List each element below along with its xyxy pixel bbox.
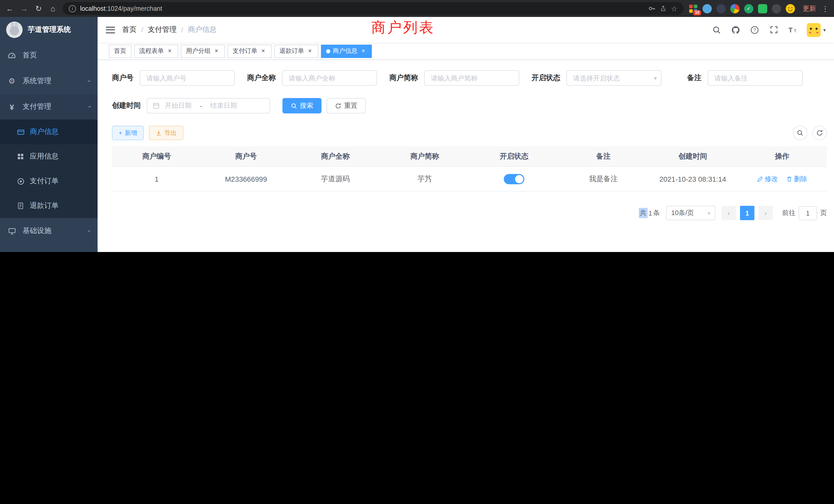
extension-blue-icon[interactable]	[703, 4, 712, 13]
next-page-button[interactable]: ›	[759, 206, 773, 220]
close-icon[interactable]: ×	[260, 48, 266, 54]
payment-submenu: 商户信息 应用信息 支付订单	[0, 120, 97, 218]
remark-input[interactable]	[708, 70, 803, 86]
merchant-table: 商户编号 商户号 商户全称 商户简称 开启状态 备注 创建时间 操作 1 M23…	[112, 146, 827, 191]
tab-merchant-info[interactable]: 商户信息 ×	[321, 44, 372, 58]
extension-puzzle-icon[interactable]	[772, 4, 781, 13]
merchant-name-input[interactable]	[282, 70, 377, 86]
calendar-icon	[153, 102, 160, 109]
search-icon[interactable]	[712, 25, 722, 35]
sidebar-item-app-info[interactable]: 应用信息	[0, 144, 97, 169]
close-icon[interactable]: ×	[167, 48, 173, 54]
search-button[interactable]: 搜索	[282, 98, 322, 113]
page-size-select[interactable]: 10条/页 ▾	[666, 206, 716, 220]
reload-icon[interactable]: ↻	[32, 2, 45, 15]
close-icon[interactable]: ×	[213, 48, 220, 54]
back-icon[interactable]: ←	[3, 2, 17, 15]
browser-toolbar: ← → ↻ ⌂ i localhost:1024/pay/merchant ☆ …	[0, 0, 834, 17]
close-icon[interactable]: ×	[307, 48, 313, 54]
extension-smiley-icon[interactable]	[786, 4, 795, 13]
date-separator: -	[200, 102, 202, 110]
password-key-icon[interactable]	[649, 5, 656, 12]
extension-grid-icon[interactable]: 10	[689, 4, 698, 13]
browser-window: ← → ↻ ⌂ i localhost:1024/pay/merchant ☆ …	[0, 0, 834, 252]
address-bar[interactable]: i localhost:1024/pay/merchant ☆	[63, 2, 683, 15]
help-icon[interactable]: ?	[750, 25, 760, 35]
sidebar-logo[interactable]: 芋道管理系统	[0, 17, 97, 43]
cell-merchant-no: M233666999	[201, 175, 291, 183]
chevron-down-icon: ›	[86, 230, 93, 232]
hide-search-icon[interactable]	[793, 126, 807, 140]
svg-text:?: ?	[754, 27, 756, 32]
sidebar-item-devtools[interactable]: 研发工具 ›	[0, 244, 97, 252]
refresh-icon[interactable]	[812, 126, 827, 140]
status-select[interactable]	[567, 70, 661, 86]
tab-label: 用户分组	[186, 47, 211, 55]
table-toolbar: + 新增 导出	[112, 126, 827, 140]
sidebar-item-system[interactable]: ⚙ 系统管理 ›	[0, 68, 97, 94]
svg-text:T: T	[789, 26, 793, 33]
chevron-up-icon: ›	[86, 106, 93, 108]
github-icon[interactable]	[731, 25, 741, 35]
tab-process-form[interactable]: 流程表单 ×	[134, 44, 178, 58]
tab-refund-order[interactable]: 退款订单 ×	[274, 44, 319, 58]
grid-icon	[17, 153, 25, 160]
url-path: :1024/pay/merchant	[106, 5, 162, 12]
edit-link[interactable]: 修改	[757, 174, 778, 183]
extension-colorful-icon[interactable]	[730, 4, 740, 13]
merchant-no-input[interactable]	[140, 70, 235, 86]
cell-status	[469, 174, 559, 184]
breadcrumb-payment[interactable]: 支付管理	[148, 25, 177, 35]
extension-green-check-icon[interactable]: ✓	[744, 4, 753, 13]
avatar-caret-icon[interactable]: ▾	[823, 27, 826, 32]
sidebar: 芋道管理系统 首页 ⚙ 系统管理 › ¥ 支付管理 ›	[0, 17, 97, 252]
user-avatar[interactable]	[807, 23, 821, 37]
date-range-picker[interactable]: 开始日期 - 结束日期	[147, 98, 270, 113]
sidebar-item-merchant-info[interactable]: 商户信息	[0, 120, 97, 144]
browser-menu-icon[interactable]: ⋮	[822, 4, 829, 13]
total-prefix: 共	[639, 208, 648, 218]
tab-home[interactable]: 首页	[109, 44, 131, 58]
sidebar-item-payment[interactable]: ¥ 支付管理 ›	[0, 94, 97, 120]
sidebar-item-refund-order[interactable]: 退款订单	[0, 193, 97, 218]
add-button-label: 新增	[125, 129, 137, 137]
merchant-short-input[interactable]	[424, 70, 519, 86]
prev-page-button[interactable]: ‹	[722, 206, 736, 220]
page-1-button[interactable]: 1	[740, 206, 754, 220]
font-size-icon[interactable]: TT	[788, 25, 798, 35]
status-toggle[interactable]	[504, 174, 524, 184]
delete-link[interactable]: 删除	[786, 174, 807, 183]
document-icon	[17, 202, 25, 209]
filter-status: 开启状态 ▾	[531, 70, 661, 86]
extension-dark-icon[interactable]	[717, 4, 726, 13]
chrome-update-button[interactable]: 更新	[800, 4, 818, 13]
goto-page-input[interactable]	[798, 206, 817, 220]
sidebar-item-pay-order[interactable]: 支付订单	[0, 169, 97, 193]
filter-merchant-no: 商户号	[112, 70, 235, 86]
tab-label: 支付订单	[233, 47, 257, 55]
home-icon[interactable]: ⌂	[46, 2, 60, 15]
close-icon[interactable]: ×	[360, 48, 367, 54]
sidebar-item-home[interactable]: 首页	[0, 43, 97, 68]
bookmark-star-icon[interactable]: ☆	[671, 4, 677, 13]
export-button[interactable]: 导出	[149, 126, 183, 140]
navbar-actions: ? TT ▾	[712, 23, 834, 37]
share-icon[interactable]	[660, 5, 667, 12]
sidebar-item-label: 系统管理	[23, 76, 51, 86]
extension-green-square-icon[interactable]	[758, 4, 767, 13]
fullscreen-icon[interactable]	[769, 25, 779, 35]
reset-button[interactable]: 重置	[327, 98, 366, 113]
delete-link-label: 删除	[794, 174, 807, 183]
add-button[interactable]: + 新增	[112, 126, 144, 140]
sidebar-item-label: 首页	[23, 51, 37, 60]
hamburger-icon[interactable]	[106, 26, 115, 33]
sidebar-item-infrastructure[interactable]: 基础设施 ›	[0, 218, 97, 244]
sidebar-item-label: 支付订单	[30, 177, 59, 186]
tab-user-group[interactable]: 用户分组 ×	[181, 44, 225, 58]
forward-icon[interactable]: →	[18, 2, 31, 15]
tab-pay-order[interactable]: 支付订单 ×	[227, 44, 272, 58]
search-button-label: 搜索	[300, 101, 313, 110]
site-info-icon[interactable]: i	[69, 5, 76, 12]
breadcrumb-home[interactable]: 首页	[122, 25, 137, 35]
filter-label: 开启状态	[531, 73, 560, 83]
